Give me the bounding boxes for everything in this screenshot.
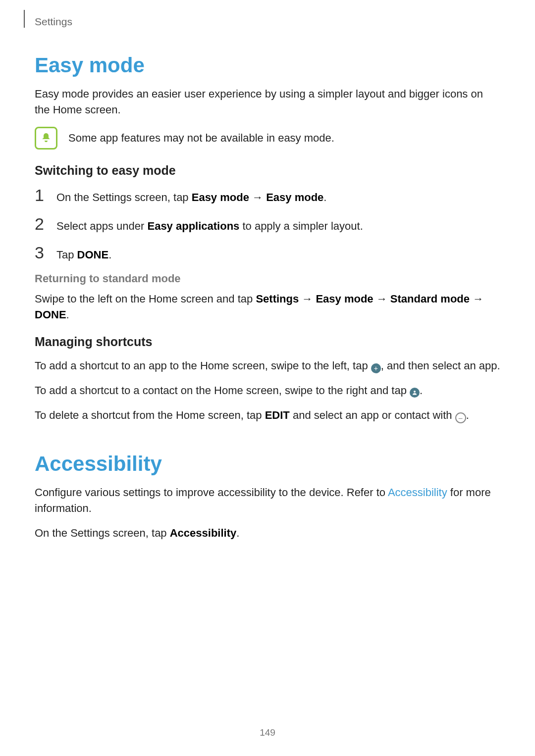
minus-icon: –	[455, 412, 466, 423]
document-page: Settings Easy mode Easy mode provides an…	[0, 0, 535, 756]
svg-point-0	[414, 391, 416, 393]
shortcut-add-contact: To add a shortcut to a contact on the Ho…	[35, 383, 500, 399]
shortcut-delete: To delete a shortcut from the Home scree…	[35, 407, 500, 423]
plus-icon: +	[371, 363, 381, 373]
step-number: 3	[35, 244, 48, 261]
step-text: Tap DONE.	[56, 247, 111, 263]
heading-accessibility: Accessibility	[35, 432, 500, 476]
note-box: Some app features may not be available i…	[35, 127, 500, 150]
accessibility-p1: Configure various settings to improve ac…	[35, 485, 500, 516]
step-2: 2 Select apps under Easy applications to…	[35, 215, 500, 234]
step-3: 3 Tap DONE.	[35, 244, 500, 263]
step-1: 1 On the Settings screen, tap Easy mode …	[35, 187, 500, 205]
header-rule	[24, 10, 25, 28]
heading-switching: Switching to easy mode	[35, 163, 500, 178]
step-number: 1	[35, 187, 48, 203]
step-text: On the Settings screen, tap Easy mode → …	[56, 190, 326, 205]
step-text: Select apps under Easy applications to a…	[56, 218, 363, 234]
easy-mode-intro: Easy mode provides an easier user experi…	[35, 86, 500, 118]
heading-shortcuts: Managing shortcuts	[35, 335, 500, 349]
bell-icon	[35, 127, 57, 150]
steps-list: 1 On the Settings screen, tap Easy mode …	[35, 187, 500, 263]
step-number: 2	[35, 215, 48, 232]
note-text: Some app features may not be available i…	[68, 130, 334, 146]
heading-easy-mode: Easy mode	[35, 0, 500, 77]
add-contact-icon	[410, 388, 420, 398]
accessibility-p2: On the Settings screen, tap Accessibilit…	[35, 525, 500, 541]
page-number: 149	[0, 727, 535, 738]
accessibility-link[interactable]: Accessibility	[388, 486, 447, 499]
return-text: Swipe to the left on the Home screen and…	[35, 291, 500, 323]
shortcut-add-app: To add a shortcut to an app to the Home …	[35, 358, 500, 374]
heading-returning: Returning to standard mode	[35, 272, 500, 285]
breadcrumb: Settings	[35, 16, 72, 28]
